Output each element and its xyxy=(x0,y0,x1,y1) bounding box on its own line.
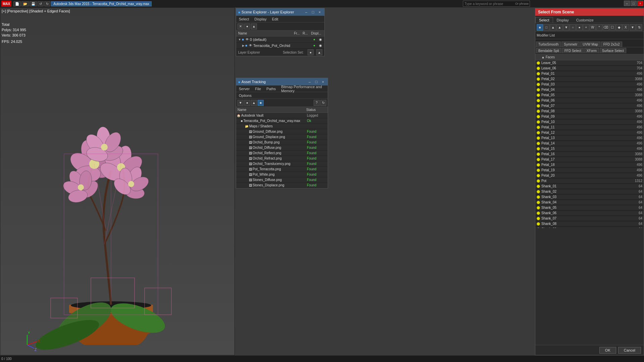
at-options[interactable]: Options xyxy=(237,93,253,98)
sfs-sel-light[interactable]: ○ xyxy=(570,24,576,31)
sfs-sel-bone[interactable]: ⌫ xyxy=(603,24,609,31)
at-asset-row[interactable]: 🖼 Orchid_Translucency.png Found xyxy=(236,161,328,167)
se-expand-default[interactable]: ▼ xyxy=(238,38,241,41)
sfs-object-row[interactable]: Petal_09 496 xyxy=(535,114,644,119)
at-close-btn[interactable]: × xyxy=(320,79,326,84)
close-btn[interactable]: × xyxy=(637,1,643,6)
sfs-object-row[interactable]: Petal_17 3088 xyxy=(535,157,644,162)
sfs-object-row[interactable]: Shank_05 64 xyxy=(535,205,644,210)
mod-tab-surface[interactable]: Surface Select xyxy=(600,48,626,53)
sfs-object-row[interactable]: Shank_07 64 xyxy=(535,216,644,221)
at-asset-row[interactable]: 🖼 Ground_Displace.png Found xyxy=(236,134,328,140)
at-menu-paths[interactable]: Paths xyxy=(265,86,277,91)
sfs-object-row[interactable]: Petal_11 496 xyxy=(535,125,644,130)
se-menu-display[interactable]: Display xyxy=(253,17,268,21)
mod-tab-ffd[interactable]: FFD 2x2x2 xyxy=(601,42,622,47)
mod-tab-ffd-select[interactable]: FFD Select xyxy=(562,48,584,53)
se-close-btn[interactable]: × xyxy=(317,9,322,15)
sfs-object-row[interactable]: Shank_09 64 xyxy=(535,227,644,228)
sfs-object-row[interactable]: Petal_12 496 xyxy=(535,130,644,135)
sfs-object-row[interactable]: Petal_10 496 xyxy=(535,119,644,125)
se-expand-orchid[interactable]: ▶ xyxy=(242,44,245,47)
viewport[interactable]: [+] [Perspective] [Shaded + Edged Faces]… xyxy=(0,7,235,355)
sfs-sel-ctrl[interactable]: ☐ xyxy=(609,24,616,31)
sfs-sel-particle[interactable]: * xyxy=(596,24,602,31)
undo-btn[interactable]: ↺ xyxy=(38,1,44,6)
se-options-btn-1[interactable]: ● xyxy=(308,49,314,55)
se-options-btn-2[interactable]: ▲ xyxy=(316,49,322,55)
at-menu-file[interactable]: File xyxy=(254,86,262,91)
se-restore-btn[interactable]: □ xyxy=(310,9,316,15)
sfs-object-row[interactable]: Shank_03 64 xyxy=(535,194,644,200)
sfs-object-row[interactable]: Petal_06 496 xyxy=(535,98,644,103)
at-asset-row[interactable]: 🖼 Stones_Displace.png Found xyxy=(236,183,328,188)
at-asset-row[interactable]: 🖼 Stones_Diffuse.png Found xyxy=(236,177,328,183)
se-tool-1[interactable]: ✕ xyxy=(237,23,244,29)
at-asset-row[interactable]: 📁 Maps / Shaders xyxy=(236,124,328,129)
maximize-btn[interactable]: □ xyxy=(631,1,637,6)
se-minimize-btn[interactable]: – xyxy=(304,9,309,15)
at-asset-row[interactable]: 🖼 Pot_Terracotta.png Found xyxy=(236,167,328,172)
at-help-btn[interactable]: ? xyxy=(314,100,320,106)
sfs-sort-btn[interactable]: ⇅ xyxy=(636,24,642,31)
sfs-object-row[interactable]: Petal_18 496 xyxy=(535,162,644,168)
se-layer-default[interactable]: ▼ ■ 👁 0 (default) ● ◉ xyxy=(236,37,324,43)
mod-tab-bend[interactable]: Bendable Spli xyxy=(536,48,561,53)
sfs-sel-point[interactable]: ◆ xyxy=(616,24,622,31)
at-minimize-btn[interactable]: – xyxy=(307,79,312,84)
sfs-object-row[interactable]: Petal_01 496 xyxy=(535,71,644,76)
mod-tab-uvwmap[interactable]: UVW Map xyxy=(580,42,600,47)
se-menu-select[interactable]: Select xyxy=(237,17,251,21)
ok-btn[interactable]: OK xyxy=(599,347,616,354)
at-asset-row[interactable]: 🖼 Orchid_Refract.png Found xyxy=(236,156,328,161)
se-layer-orchid[interactable]: ▶ ■ 👁 Terracotta_Pot_Orchid ● ◉ xyxy=(236,43,324,49)
sfs-object-row[interactable]: Petal_07 496 xyxy=(535,103,644,109)
sfs-sel-geo[interactable]: ▲ xyxy=(556,24,563,31)
sfs-select-all[interactable]: ■ xyxy=(537,24,543,31)
sfs-object-row[interactable]: Petal_19 496 xyxy=(535,168,644,173)
sfs-object-row[interactable]: Petal_03 496 xyxy=(535,82,644,87)
se-menu-edit[interactable]: Edit xyxy=(271,17,280,21)
new-btn[interactable]: 📄 xyxy=(13,1,21,6)
sfs-object-row[interactable]: Petal_04 496 xyxy=(535,87,644,93)
at-asset-row[interactable]: 🏠 Autodesk Vault Logged xyxy=(236,113,328,118)
sfs-object-row[interactable]: Petal_05 3088 xyxy=(535,93,644,98)
sfs-select-invert[interactable]: ▲ xyxy=(550,24,556,31)
sfs-sel-xref[interactable]: X xyxy=(623,24,629,31)
sfs-object-row[interactable]: Leave_05 704 xyxy=(535,60,644,66)
open-btn[interactable]: 📂 xyxy=(21,1,29,6)
sfs-object-row[interactable]: Petal_08 3088 xyxy=(535,109,644,114)
sfs-object-row[interactable]: Shank_01 64 xyxy=(535,184,644,189)
sfs-sel-shape[interactable]: ▼ xyxy=(563,24,570,31)
at-asset-row[interactable]: ■ Terracotta_Pot_Orchid_max_vray.max Ok xyxy=(236,118,328,124)
sfs-object-row[interactable]: Pot 1312 xyxy=(535,178,644,184)
at-refresh-btn[interactable]: ↻ xyxy=(320,100,326,106)
at-asset-row[interactable]: 🖼 Orchid_Reflect.png Found xyxy=(236,150,328,156)
sfs-sel-warp[interactable]: W xyxy=(590,24,596,31)
at-menu-server[interactable]: Server xyxy=(237,86,251,91)
at-restore-btn[interactable]: □ xyxy=(314,79,319,84)
at-asset-row[interactable]: 🖼 Orchid_Bump.png Found xyxy=(236,140,328,145)
sfs-object-list[interactable]: Leave_05 704 Leave_06 704 Petal_01 496 P… xyxy=(535,60,644,228)
sfs-filter-btn[interactable]: ▼ xyxy=(630,24,636,31)
se-tool-3[interactable]: ▲ xyxy=(251,23,257,29)
sfs-object-row[interactable]: Petal_14 496 xyxy=(535,141,644,146)
sfs-object-row[interactable]: Petal_13 496 xyxy=(535,135,644,141)
sfs-object-row[interactable]: Petal_02 3088 xyxy=(535,76,644,82)
sfs-tab-select[interactable]: Select xyxy=(535,17,553,23)
redo-btn[interactable]: ↻ xyxy=(44,1,50,6)
at-tool-4[interactable]: ■ xyxy=(258,100,264,106)
sfs-object-row[interactable]: Petal_15 496 xyxy=(535,146,644,152)
at-tool-1[interactable]: ▼ xyxy=(237,100,244,106)
at-tool-2[interactable]: ● xyxy=(244,100,250,106)
sfs-tab-customize[interactable]: Customize xyxy=(573,17,597,23)
sfs-object-row[interactable]: Shank_08 64 xyxy=(535,221,644,227)
at-tool-3[interactable]: ▲ xyxy=(251,100,257,106)
at-asset-row[interactable]: 🖼 Pot_White.png Found xyxy=(236,172,328,177)
at-asset-row[interactable]: 🖼 Orchid_Diffuse.png Found xyxy=(236,145,328,150)
sfs-object-row[interactable]: Petal_16 3088 xyxy=(535,152,644,157)
sfs-object-row[interactable]: Petal_20 496 xyxy=(535,173,644,178)
sfs-sel-cam[interactable]: ● xyxy=(576,24,583,31)
at-menu-bitmap[interactable]: Bitmap Performance and Memory xyxy=(280,84,326,93)
sfs-sel-helper[interactable]: + xyxy=(583,24,589,31)
